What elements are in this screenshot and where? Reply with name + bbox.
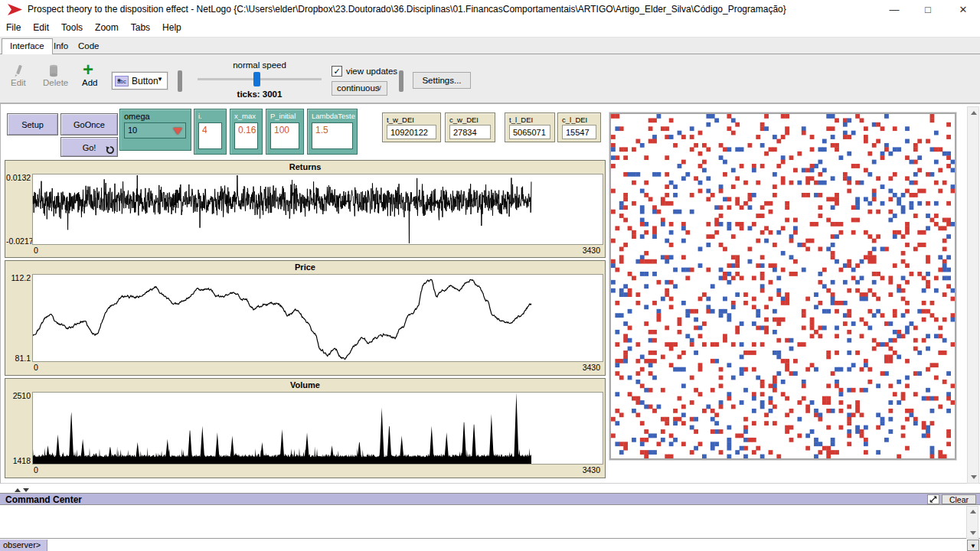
- plot-title: Returns: [5, 162, 605, 171]
- input-p-initial[interactable]: P_initial 100: [266, 109, 304, 155]
- menu-tools[interactable]: Tools: [55, 19, 89, 37]
- input-value[interactable]: 1.5: [312, 122, 353, 149]
- clear-button[interactable]: Clear: [942, 494, 976, 504]
- input-value[interactable]: 100: [270, 122, 299, 149]
- delete-button[interactable]: Delete: [43, 78, 68, 87]
- interface-scrollbar[interactable]: [967, 106, 979, 484]
- view-updates-checkbox[interactable]: ✓: [332, 66, 342, 77]
- world-view-canvas[interactable]: [611, 114, 955, 458]
- toolbar-separator-2: [399, 70, 403, 92]
- menu-edit[interactable]: Edit: [27, 19, 55, 37]
- monitor-label: t_w_DEI: [387, 116, 414, 124]
- y-min-label: -0.0217: [6, 236, 31, 246]
- monitor-t-w-dei: t_w_DEI 10920122: [382, 112, 441, 142]
- x-max-label: 3430: [583, 465, 600, 474]
- title-bar: Prospect theory to the disposition effec…: [0, 0, 980, 19]
- output-scrollbar[interactable]: [966, 506, 978, 539]
- y-min-label: 81.1: [6, 354, 31, 363]
- command-center-expand-icon[interactable]: [15, 488, 21, 492]
- chooser-selected-value[interactable]: 10: [124, 122, 186, 139]
- x-max-label: 3430: [583, 246, 600, 255]
- monitor-label: t_l_DEI: [509, 116, 533, 124]
- go-forever-button[interactable]: Go!: [60, 137, 118, 157]
- menu-bar: File Edit Tools Zoom Tabs Help: [0, 19, 980, 37]
- scroll-up-icon[interactable]: [970, 510, 976, 514]
- input-label: i.: [198, 112, 202, 120]
- y-min-label: 1418: [6, 456, 31, 465]
- delete-trash-icon[interactable]: [47, 64, 60, 77]
- input-x-max[interactable]: x_max 0.16: [230, 109, 263, 155]
- scroll-down-icon[interactable]: [971, 475, 977, 479]
- world-view[interactable]: [609, 112, 956, 460]
- abc-icon: ✱abc: [115, 76, 129, 86]
- monitor-label: c_l_DEI: [562, 116, 587, 124]
- toolbar: Edit Delete + Add ✱abc Button ▼ normal s…: [0, 54, 980, 104]
- input-value[interactable]: 4: [198, 122, 222, 149]
- edit-button[interactable]: Edit: [11, 78, 26, 87]
- update-mode-dropdown[interactable]: continuous ∨: [332, 81, 387, 96]
- history-arrow-icon: ▼: [970, 543, 976, 549]
- settings-button[interactable]: Settings...: [413, 72, 471, 89]
- observer-prompt[interactable]: observer>: [0, 540, 47, 551]
- scroll-down-icon[interactable]: [970, 531, 976, 535]
- input-value[interactable]: 0.16: [234, 122, 258, 149]
- close-button[interactable]: ✕: [946, 0, 980, 19]
- input-i[interactable]: i. 4: [194, 109, 227, 155]
- plot-title: Price: [5, 262, 605, 272]
- chooser-label: omega: [124, 112, 150, 121]
- setup-button[interactable]: Setup: [7, 113, 58, 135]
- speed-slider-thumb[interactable]: [253, 72, 260, 86]
- menu-help[interactable]: Help: [156, 19, 188, 37]
- forever-loop-icon: [106, 145, 115, 155]
- maximize-button[interactable]: □: [911, 0, 945, 19]
- input-label: x_max: [234, 112, 256, 120]
- chooser-arrow-icon: [173, 128, 182, 135]
- volume-plot: Volume 2510 1418 0 3430: [5, 378, 606, 478]
- monitor-value: 27834: [449, 125, 491, 139]
- netlogo-logo-icon: [8, 4, 22, 15]
- tab-code[interactable]: Code: [70, 39, 107, 54]
- command-center-collapse-icon[interactable]: [23, 488, 29, 492]
- x-max-label: 3430: [583, 363, 600, 372]
- input-lambda-teste[interactable]: LambdaTeste 1.5: [307, 109, 358, 155]
- price-plot: Price 112.2 81.1 0 3430: [5, 260, 606, 376]
- x-min-label: 0: [34, 363, 38, 372]
- input-label: LambdaTeste: [312, 112, 355, 120]
- command-center-title: Command Center: [5, 494, 82, 505]
- monitor-value: 15547: [562, 125, 596, 139]
- menu-zoom[interactable]: Zoom: [89, 19, 125, 37]
- monitor-c-w-dei: c_w_DEI 27834: [445, 112, 495, 142]
- add-plus-icon[interactable]: +: [83, 59, 93, 80]
- monitor-value: 5065071: [509, 125, 550, 139]
- command-center-header: Command Center Clear: [0, 493, 980, 505]
- y-max-label: 2510: [6, 391, 31, 400]
- add-button[interactable]: Add: [82, 78, 97, 87]
- interface-panel: Setup GoOnce Go! omega 10 i. 4 x_max 0.1…: [0, 104, 980, 484]
- widget-type-label: Button: [132, 76, 158, 86]
- omega-chooser[interactable]: omega 10: [119, 109, 191, 151]
- tab-bar: Interface Info Code: [0, 37, 980, 54]
- price-plot-canvas: [33, 275, 603, 361]
- star-icon: ✱: [117, 76, 121, 86]
- dropdown-arrow-icon: ▼: [157, 76, 163, 83]
- edit-pencil-icon[interactable]: [12, 64, 25, 77]
- scroll-up-icon[interactable]: [971, 111, 977, 115]
- input-label: P_initial: [270, 112, 296, 120]
- command-input[interactable]: [48, 540, 966, 551]
- x-min-label: 0: [34, 246, 38, 255]
- tab-interface[interactable]: Interface: [2, 38, 53, 54]
- monitor-value: 10920122: [387, 125, 436, 139]
- menu-tabs[interactable]: Tabs: [125, 19, 156, 37]
- history-dropdown-button[interactable]: ▼: [967, 540, 979, 551]
- go-once-button[interactable]: GoOnce: [60, 113, 118, 135]
- menu-file[interactable]: File: [0, 19, 27, 37]
- widget-type-dropdown[interactable]: ✱abc Button ▼: [112, 72, 168, 90]
- detach-icon[interactable]: [927, 494, 939, 504]
- view-updates-label[interactable]: view updates: [346, 67, 397, 76]
- command-center-output[interactable]: [0, 506, 980, 539]
- speed-slider-label: normal speed: [198, 60, 322, 70]
- y-max-label: 112.2: [6, 273, 31, 282]
- minimize-button[interactable]: —: [877, 0, 911, 19]
- check-icon: ✓: [333, 67, 340, 76]
- returns-plot-canvas: [33, 174, 603, 244]
